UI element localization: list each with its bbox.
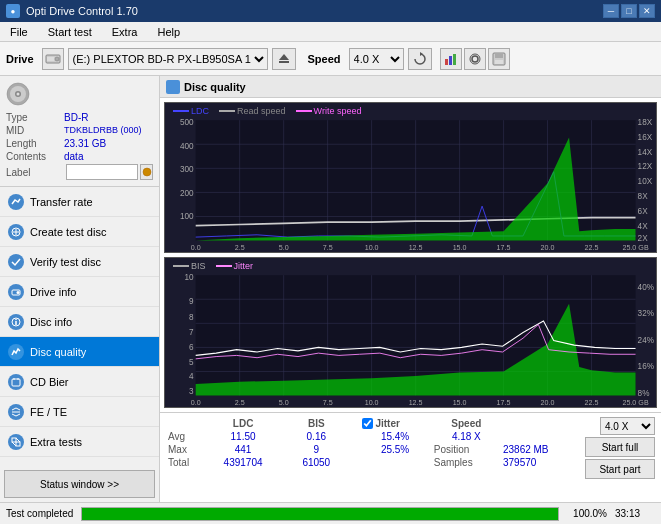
- extra-tests-icon: [8, 434, 24, 450]
- status-window-button[interactable]: Status window >>: [4, 470, 155, 498]
- disc-quality-icon: [8, 344, 24, 360]
- svg-point-17: [17, 93, 20, 96]
- svg-text:12.5: 12.5: [409, 397, 423, 406]
- disc-contents-row: Contents data: [6, 151, 153, 162]
- settings-button[interactable]: [464, 48, 486, 70]
- drive-icon-btn: [42, 48, 64, 70]
- start-full-button[interactable]: Start full: [585, 437, 655, 457]
- create-test-disc-icon: [8, 224, 24, 240]
- svg-rect-4: [279, 61, 289, 63]
- menu-help[interactable]: Help: [151, 24, 186, 40]
- svg-text:25.0 GB: 25.0 GB: [622, 397, 648, 406]
- avg-speed: 4.18 X: [432, 430, 501, 443]
- svg-text:200: 200: [180, 187, 194, 198]
- content-title: Disc quality: [184, 81, 246, 93]
- charts-container: LDC Read speed Write speed: [160, 98, 661, 412]
- label-edit-button[interactable]: [140, 164, 153, 180]
- svg-text:2.5: 2.5: [235, 242, 245, 251]
- svg-text:6: 6: [189, 341, 194, 352]
- nav-disc-info[interactable]: Disc info: [0, 307, 159, 337]
- read-speed-legend: Read speed: [219, 106, 286, 116]
- svg-text:2.5: 2.5: [235, 397, 245, 406]
- disc-length-row: Length 23.31 GB: [6, 138, 153, 149]
- svg-text:4: 4: [189, 371, 194, 382]
- svg-text:4X: 4X: [638, 221, 648, 232]
- menu-start-test[interactable]: Start test: [42, 24, 98, 40]
- nav-verify-test-disc-label: Verify test disc: [30, 256, 101, 268]
- chart1-container: LDC Read speed Write speed: [164, 102, 657, 253]
- jitter-checkbox[interactable]: [362, 418, 373, 429]
- length-val: 23.31 GB: [64, 138, 106, 149]
- label-key: Label: [6, 167, 64, 178]
- nav-fe-te-label: FE / TE: [30, 406, 67, 418]
- max-bis: 9: [284, 443, 348, 456]
- start-part-button[interactable]: Start part: [585, 459, 655, 479]
- svg-point-9: [472, 56, 478, 62]
- type-key: Type: [6, 112, 64, 123]
- nav-extra-tests[interactable]: Extra tests: [0, 427, 159, 457]
- stats-panel: LDC BIS Jitter Speed Avg: [160, 412, 661, 502]
- svg-text:5: 5: [189, 356, 194, 367]
- nav-create-test-disc[interactable]: Create test disc: [0, 217, 159, 247]
- max-jitter: 25.5%: [358, 443, 431, 456]
- menu-extra[interactable]: Extra: [106, 24, 144, 40]
- svg-line-34: [12, 442, 16, 446]
- cd-bier-icon: [8, 374, 24, 390]
- disc-info-panel: Type BD-R MID TDKBLDRBB (000) Length 23.…: [0, 76, 159, 187]
- menu-file[interactable]: File: [4, 24, 34, 40]
- speed-label: Speed: [308, 53, 341, 65]
- total-bis: 61050: [284, 456, 348, 469]
- chart2-svg: 10 9 8 7 6 5 4 3 40% 32% 24% 16% 8% 0.0: [165, 258, 656, 407]
- content-area: Disc quality LDC Read speed Write speed: [160, 76, 661, 502]
- svg-rect-7: [449, 56, 452, 65]
- graph-button[interactable]: [440, 48, 462, 70]
- svg-rect-12: [495, 53, 503, 58]
- svg-text:25.0 GB: 25.0 GB: [622, 242, 648, 251]
- svg-text:10.0: 10.0: [365, 242, 379, 251]
- svg-text:300: 300: [180, 163, 194, 174]
- svg-rect-31: [12, 438, 16, 442]
- chart1-svg: 500 400 300 200 100 18X 16X 14X 12X 10X …: [165, 103, 656, 252]
- right-controls: 4.0 X Start full Start part: [585, 417, 655, 479]
- stats-row: LDC BIS Jitter Speed Avg: [166, 417, 655, 479]
- svg-point-23: [17, 291, 20, 294]
- sidebar: Type BD-R MID TDKBLDRBB (000) Length 23.…: [0, 76, 160, 502]
- nav-fe-te[interactable]: FE / TE: [0, 397, 159, 427]
- length-key: Length: [6, 138, 64, 149]
- disc-info-icon: [8, 314, 24, 330]
- nav-verify-test-disc[interactable]: Verify test disc: [0, 247, 159, 277]
- refresh-button[interactable]: [408, 48, 432, 70]
- save-button[interactable]: [488, 48, 510, 70]
- progress-percent: 100.0%: [567, 508, 607, 519]
- speed-select-stat[interactable]: 4.0 X: [600, 417, 655, 435]
- minimize-button[interactable]: ─: [603, 4, 619, 18]
- eject-button[interactable]: [272, 48, 296, 70]
- label-input[interactable]: [66, 164, 138, 180]
- svg-rect-2: [47, 57, 54, 61]
- svg-text:8: 8: [189, 311, 194, 322]
- svg-text:0.0: 0.0: [191, 242, 201, 251]
- svg-text:20.0: 20.0: [541, 242, 555, 251]
- maximize-button[interactable]: □: [621, 4, 637, 18]
- bis-header: BIS: [284, 417, 348, 430]
- transfer-rate-icon: [8, 194, 24, 210]
- nav-disc-quality[interactable]: Disc quality: [0, 337, 159, 367]
- drive-label: Drive: [6, 53, 34, 65]
- svg-rect-6: [445, 59, 448, 65]
- svg-text:9: 9: [189, 295, 194, 306]
- type-val: BD-R: [64, 112, 88, 123]
- svg-text:2X: 2X: [638, 232, 648, 243]
- svg-text:17.5: 17.5: [497, 397, 511, 406]
- svg-text:18X: 18X: [638, 116, 653, 127]
- nav-drive-info[interactable]: Drive info: [0, 277, 159, 307]
- jitter-legend: Jitter: [216, 261, 254, 271]
- max-label: Max: [166, 443, 202, 456]
- close-button[interactable]: ✕: [639, 4, 655, 18]
- drive-select[interactable]: (E:) PLEXTOR BD-R PX-LB950SA 1.06: [68, 48, 268, 70]
- speed-select[interactable]: 4.0 X 2.0 X 8.0 X: [349, 48, 404, 70]
- nav-transfer-rate[interactable]: Transfer rate: [0, 187, 159, 217]
- nav-extra-tests-label: Extra tests: [30, 436, 82, 448]
- svg-text:16%: 16%: [638, 361, 655, 372]
- svg-text:12X: 12X: [638, 161, 653, 172]
- nav-cd-bier[interactable]: CD Bier: [0, 367, 159, 397]
